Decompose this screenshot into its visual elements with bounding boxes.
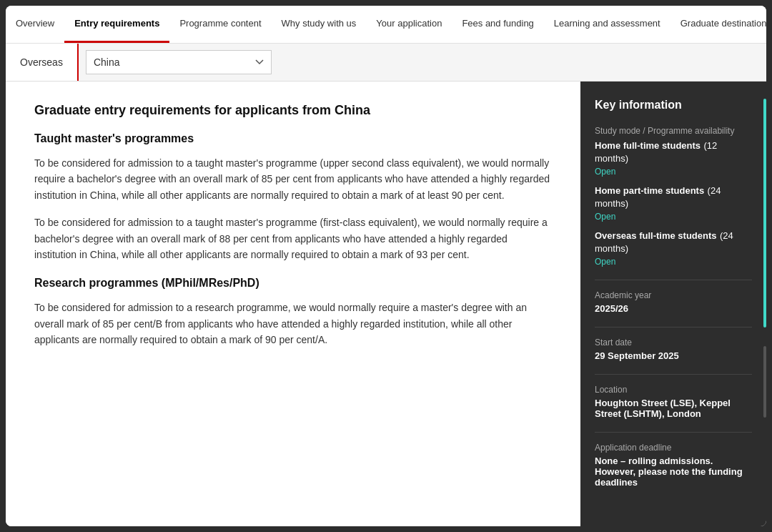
home-part-time-status: Open xyxy=(595,212,752,222)
overseas-full-time-status: Open xyxy=(595,257,752,267)
top-navigation: Overview Entry requirements Programme co… xyxy=(6,6,766,44)
application-deadline-label: Application deadline xyxy=(595,443,752,453)
main-content-area: Graduate entry requirements for applican… xyxy=(6,82,766,526)
sidebar-panel: Key information Study mode / Programme a… xyxy=(580,82,766,526)
home-full-time-status: Open xyxy=(595,167,752,177)
overseas-full-time-label: Overseas full-time students xyxy=(595,230,717,241)
academic-year-value: 2025/26 xyxy=(595,303,752,314)
research-para-1: To be considered for admission to a rese… xyxy=(34,300,552,348)
divider-1 xyxy=(595,280,752,280)
academic-year-section: Academic year 2025/26 xyxy=(595,290,752,314)
key-info-title: Key information xyxy=(595,99,752,112)
country-select[interactable]: China Other countries xyxy=(86,50,272,74)
location-value: Houghton Street (LSE), Keppel Street (LS… xyxy=(595,398,752,419)
nav-graduate-destinations[interactable]: Graduate destinations xyxy=(670,6,766,43)
nav-why-study[interactable]: Why study with us xyxy=(272,6,367,43)
start-date-label: Start date xyxy=(595,338,752,348)
taught-para-1: To be considered for admission to a taug… xyxy=(34,155,552,203)
nav-programme-content[interactable]: Programme content xyxy=(169,6,271,43)
nav-overview[interactable]: Overview xyxy=(6,6,64,43)
home-full-time-label: Home full-time students xyxy=(595,140,701,151)
academic-year-label: Academic year xyxy=(595,290,752,300)
nav-entry-requirements[interactable]: Entry requirements xyxy=(64,6,169,43)
nav-your-application[interactable]: Your application xyxy=(366,6,452,43)
overseas-full-time-item: Overseas full-time students (24 months) … xyxy=(595,229,752,267)
home-part-time-label: Home part-time students xyxy=(595,185,704,196)
taught-para-2: To be considered for admission to a taug… xyxy=(34,215,552,262)
study-mode-section: Study mode / Programme availability Home… xyxy=(595,126,752,267)
nav-fees-funding[interactable]: Fees and funding xyxy=(452,6,543,43)
application-deadline-value: None – rolling admissions. However, plea… xyxy=(595,455,752,488)
location-label: Location xyxy=(595,385,752,395)
sub-navigation: Overseas China Other countries xyxy=(6,44,766,82)
start-date-value: 29 September 2025 xyxy=(595,350,752,361)
nav-learning-assessment[interactable]: Learning and assessment xyxy=(544,6,670,43)
study-mode-label: Study mode / Programme availability xyxy=(595,126,752,136)
taught-heading: Taught master's programmes xyxy=(34,132,552,145)
teal-accent-bar xyxy=(763,99,766,327)
divider-2 xyxy=(595,327,752,327)
location-section: Location Houghton Street (LSE), Keppel S… xyxy=(595,385,752,419)
application-deadline-section: Application deadline None – rolling admi… xyxy=(595,443,752,488)
research-heading: Research programmes (MPhil/MRes/PhD) xyxy=(34,277,552,290)
scrollbar-indicator[interactable] xyxy=(763,346,766,418)
home-part-time-item: Home part-time students (24 months) Open xyxy=(595,184,752,222)
main-heading: Graduate entry requirements for applican… xyxy=(34,103,552,118)
divider-4 xyxy=(595,432,752,433)
divider-3 xyxy=(595,374,752,375)
start-date-section: Start date 29 September 2025 xyxy=(595,338,752,361)
subnav-overseas[interactable]: Overseas xyxy=(6,44,79,81)
content-left: Graduate entry requirements for applican… xyxy=(6,82,580,526)
country-select-wrap: China Other countries xyxy=(79,44,279,81)
home-full-time-item: Home full-time students (12 months) Open xyxy=(595,139,752,177)
